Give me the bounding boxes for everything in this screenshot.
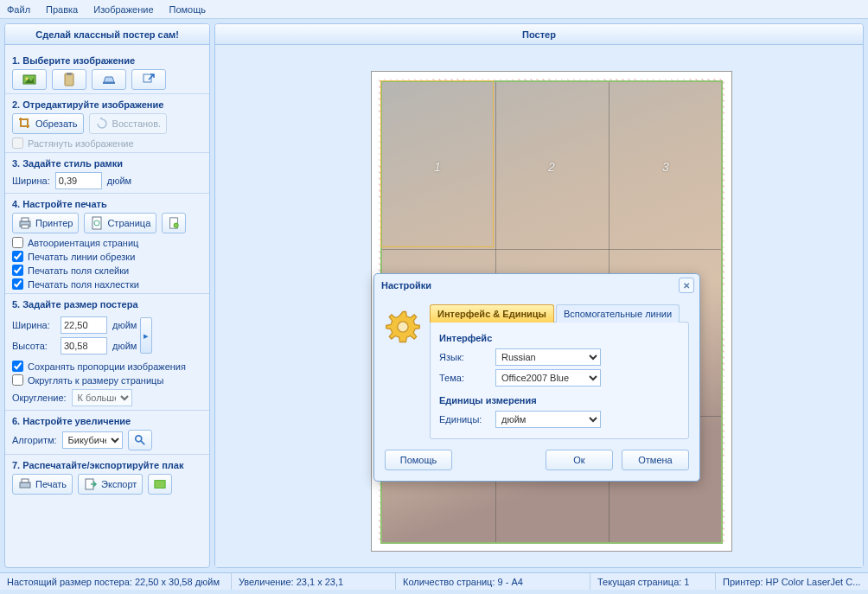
step3-header: 3. Задайте стиль рамки (12, 158, 202, 169)
svg-rect-15 (20, 482, 30, 488)
menu-edit[interactable]: Правка (46, 4, 78, 15)
size-spinner[interactable]: ▸ (140, 317, 152, 354)
cell-num-2: 2 (548, 160, 555, 174)
poster-width-unit: дюйм (112, 320, 137, 330)
theme-select[interactable]: Office2007 Blue (495, 369, 601, 386)
paste-image-button[interactable] (52, 69, 86, 90)
sidebar-header: Сделай классный постер сам! (5, 24, 209, 45)
cutlines-checkbox[interactable]: Печатать линии обрезки (12, 251, 202, 262)
open-image-button[interactable] (12, 69, 47, 90)
svg-rect-7 (22, 218, 29, 221)
group-units: Единицы измерения (439, 395, 680, 406)
print-button[interactable]: Печать (12, 474, 73, 495)
dialog-cancel-button[interactable]: Отмена (622, 450, 689, 470)
group-interface: Интерфейс (439, 333, 680, 343)
step5-header: 5. Задайте размер постера (12, 299, 202, 310)
svg-point-19 (398, 322, 408, 332)
export-arrow-button[interactable] (131, 69, 166, 90)
export-button[interactable]: Экспорт (78, 474, 143, 495)
poster-height-unit: дюйм (112, 341, 137, 351)
theme-label: Тема: (439, 373, 487, 383)
tab-interface-units[interactable]: Интерфейс & Единицы (430, 304, 554, 323)
restore-button[interactable]: Восстанов. (89, 113, 168, 134)
svg-rect-8 (22, 225, 29, 228)
poster-width-label: Ширина: (12, 320, 55, 330)
units-select[interactable]: дюйм (495, 411, 601, 428)
status-bar: Настоящий размер постера: 22,50 x 30,58 … (0, 572, 868, 590)
algorithm-select[interactable]: Бикубический (62, 431, 123, 449)
overlapfields-checkbox[interactable]: Печатать поля нахлестки (12, 278, 202, 290)
main-header: Постер (215, 24, 863, 45)
status-pages: Количество страниц: 9 - A4 (396, 573, 590, 590)
page-settings-button[interactable] (162, 213, 186, 233)
status-real-size: Настоящий размер постера: 22,50 x 30,58 … (0, 573, 232, 590)
language-select[interactable]: Russian (495, 348, 601, 366)
frame-width-input[interactable] (55, 172, 102, 189)
gear-icon (385, 309, 421, 345)
menubar: Файл Правка Изображение Помощь (0, 0, 868, 19)
poster-height-input[interactable] (61, 337, 107, 354)
sidebar: Сделай классный постер сам! 1. Выберите … (4, 23, 210, 568)
step6-header: 6. Настройте увеличение (12, 416, 202, 426)
tab-panel: Интерфейс Язык:Russian Тема:Office2007 B… (430, 322, 689, 439)
status-printer: Принтер: HP Color LaserJet C... (716, 573, 868, 590)
gluefields-checkbox[interactable]: Печатать поля склейки (12, 265, 202, 276)
settings-dialog: Настройки ✕ Интерфейс & Единицы Вспомога… (373, 273, 700, 482)
algorithm-label: Алгоритм: (12, 435, 57, 445)
cell-num-3: 3 (662, 160, 669, 174)
svg-point-1 (26, 78, 29, 80)
scanner-button[interactable] (92, 69, 126, 90)
dialog-help-button[interactable]: Помощь (385, 450, 452, 470)
menu-help[interactable]: Помощь (169, 4, 207, 15)
poster-width-input[interactable] (61, 316, 107, 334)
svg-rect-4 (103, 82, 115, 84)
stretch-checkbox[interactable]: Растянуть изображение (12, 137, 202, 149)
svg-rect-3 (67, 73, 72, 75)
svg-line-14 (140, 441, 144, 444)
poster-height-label: Высота: (12, 341, 55, 351)
svg-rect-18 (155, 481, 165, 489)
status-zoom: Увеличение: 23,1 x 23,1 (232, 573, 396, 590)
svg-rect-2 (65, 73, 73, 86)
svg-point-12 (174, 223, 178, 227)
zoom-preview-button[interactable] (128, 430, 152, 450)
frame-width-unit: дюйм (107, 176, 131, 186)
export-settings-button[interactable] (148, 474, 172, 495)
step1-header: 1. Выберите изображение (12, 55, 202, 66)
keep-aspect-checkbox[interactable]: Сохранять пропорции изображения (12, 361, 202, 372)
grid-line-h1 (382, 249, 721, 250)
tab-guidelines[interactable]: Вспомогательные линии (556, 304, 680, 323)
step4-header: 4. Настройте печать (12, 199, 202, 209)
close-icon[interactable]: ✕ (679, 278, 694, 293)
dialog-ok-button[interactable]: Ок (546, 450, 613, 470)
units-label: Единицы: (439, 414, 487, 425)
rounding-select[interactable]: К большему (72, 389, 132, 406)
printer-button[interactable]: Принтер (12, 213, 79, 233)
status-current-page: Текущая страница: 1 (590, 573, 716, 590)
step2-header: 2. Отредактируйте изображение (12, 99, 202, 110)
round-to-page-checkbox[interactable]: Округлять к размеру страницы (12, 374, 202, 386)
frame-width-label: Ширина: (12, 176, 50, 186)
cell-num-1: 1 (434, 160, 441, 174)
menu-image[interactable]: Изображение (93, 4, 153, 15)
dialog-title: Настройки ✕ (374, 274, 699, 297)
page-button[interactable]: Страница (84, 213, 156, 233)
menu-file[interactable]: Файл (7, 4, 30, 15)
auto-orient-checkbox[interactable]: Автоориентация страниц (12, 237, 202, 248)
language-label: Язык: (439, 352, 487, 362)
step7-header: 7. Распечатайте/экспортируйте плак (12, 460, 202, 470)
rounding-label: Округление: (12, 393, 67, 403)
crop-button[interactable]: Обрезать (12, 113, 84, 134)
svg-point-13 (135, 436, 141, 442)
svg-rect-16 (22, 479, 29, 482)
